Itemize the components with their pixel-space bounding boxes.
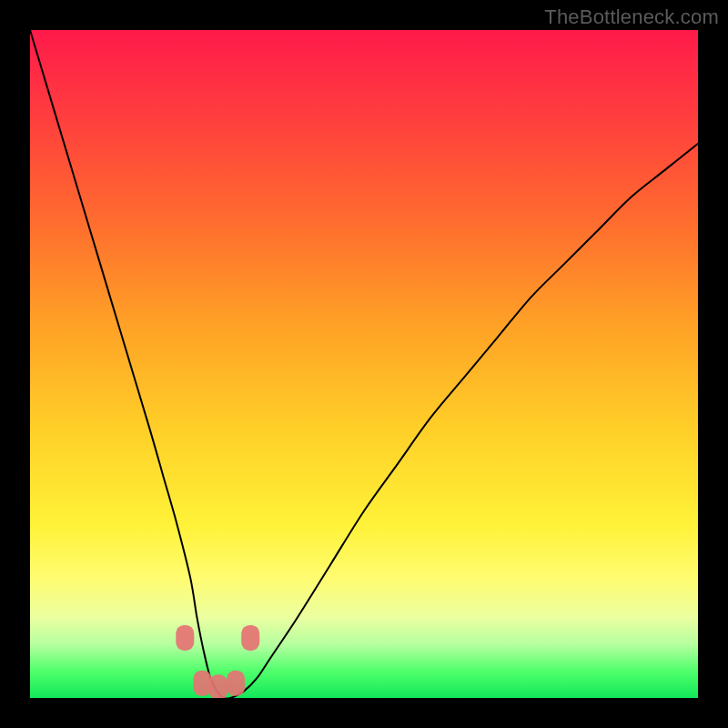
chart-svg bbox=[30, 30, 698, 698]
data-marker bbox=[176, 625, 194, 651]
watermark-text: TheBottleneck.com bbox=[544, 5, 719, 29]
data-marker bbox=[209, 674, 228, 698]
data-marker bbox=[193, 671, 211, 696]
chart-container: TheBottleneck.com bbox=[0, 0, 728, 728]
data-marker bbox=[241, 625, 259, 651]
data-marker bbox=[227, 671, 245, 696]
bottleneck-curve bbox=[30, 30, 698, 698]
plot-area bbox=[30, 30, 698, 698]
